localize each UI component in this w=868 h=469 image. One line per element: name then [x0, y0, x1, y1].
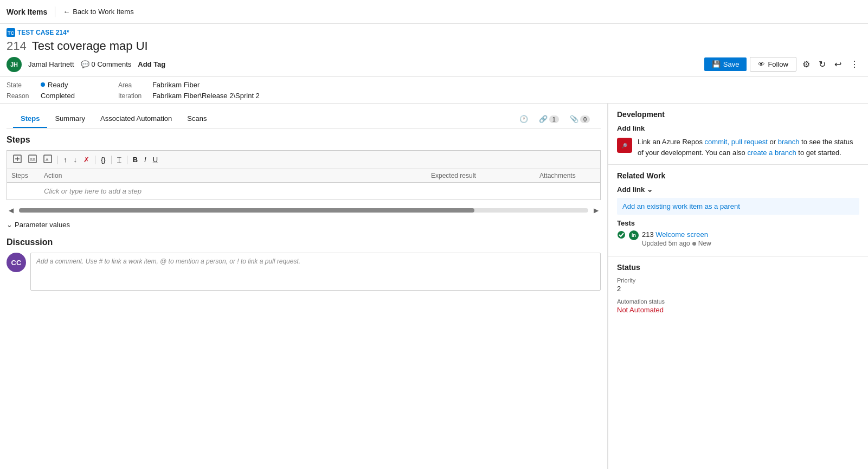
move-down-button[interactable]: ↓ [71, 154, 80, 165]
move-up-button[interactable]: ↑ [61, 154, 70, 165]
insert-step-icon [13, 155, 22, 163]
test-item-title-link[interactable]: Welcome screen [655, 230, 708, 239]
comments-link[interactable]: 💬 0 Comments [81, 60, 132, 68]
test-item-id: 213 [642, 230, 654, 239]
area-value[interactable]: Fabrikam Fiber [152, 80, 200, 89]
item-title[interactable]: Test coverage map UI [32, 39, 148, 53]
col-attachments: Attachments [535, 169, 600, 182]
tab-scans[interactable]: Scans [179, 110, 214, 128]
insert-step-button[interactable] [10, 153, 24, 166]
tabs-icons: 🕐 🔗 1 📎 0 [515, 112, 594, 126]
parameter-values-toggle[interactable]: ⌄ Parameter values [7, 221, 601, 229]
right-panel: Development Add link 🔎 Link an Azure Rep… [608, 104, 868, 469]
follow-button[interactable]: 👁 Follow [750, 57, 796, 72]
reason-value[interactable]: Completed [41, 91, 75, 100]
copy-button[interactable]: ⌶ [114, 154, 124, 165]
horizontal-scrollbar[interactable]: ◀ ▶ [7, 203, 601, 217]
azure-repos-icon: 🔎 [617, 138, 632, 153]
state-value[interactable]: Ready [41, 80, 68, 89]
status-title: Status [617, 263, 859, 272]
undo-icon-button[interactable]: ↩ [832, 56, 844, 72]
test-case-icon: TC [7, 28, 15, 37]
italic-button[interactable]: I [142, 154, 149, 165]
links-icon: 🔗 [539, 115, 548, 123]
svg-text:A: A [46, 157, 49, 162]
related-work-title: Related Work [617, 171, 859, 180]
priority-value[interactable]: 2 [617, 285, 859, 293]
params-button[interactable]: {} [98, 154, 108, 165]
tab-steps[interactable]: Steps [13, 110, 47, 128]
add-step-placeholder[interactable]: Click or type here to add a step [40, 183, 427, 200]
create-branch-link[interactable]: create a branch [747, 149, 796, 157]
toolbar-sep-1 [57, 156, 58, 164]
comment-input[interactable]: Add a comment. Use # to link a work item… [30, 253, 601, 291]
back-link[interactable]: ← Back to Work Items [63, 8, 133, 16]
item-id: 214 [7, 39, 27, 53]
toolbar-sep-4 [127, 156, 127, 164]
svg-text:TC: TC [8, 30, 14, 36]
history-icon-btn[interactable]: 🕐 [515, 112, 532, 126]
col-expected: Expected result [427, 169, 535, 182]
tab-summary[interactable]: Summary [47, 110, 93, 128]
insert-shared-step-button[interactable]: SS [25, 153, 40, 166]
commit-link[interactable]: commit, [705, 138, 730, 146]
state-indicator [41, 82, 45, 87]
col-action: Action [40, 169, 427, 182]
area-field: Area Fabrikam Fiber Iteration Fabrikam F… [118, 80, 281, 100]
pull-request-link[interactable]: pull request [731, 138, 768, 146]
refresh-icon-button[interactable]: ↻ [816, 56, 828, 72]
app-title: Work Items [7, 8, 47, 16]
save-button[interactable]: 💾 Save [704, 57, 747, 71]
toolbar-sep-2 [95, 156, 95, 164]
chevron-down-icon-related: ⌄ [647, 185, 653, 194]
add-tag-button[interactable]: Add Tag [138, 60, 165, 68]
scroll-left-arrow[interactable]: ◀ [7, 205, 16, 215]
related-add-link-button[interactable]: Add link ⌄ [617, 185, 859, 194]
tab-associated-automation[interactable]: Associated Automation [93, 110, 179, 128]
steps-title: Steps [7, 135, 601, 145]
svg-text:🔎: 🔎 [621, 143, 628, 149]
scrollbar-track[interactable] [19, 208, 588, 213]
dev-add-link[interactable]: Add link [617, 124, 859, 132]
automation-status-value[interactable]: Not Automated [617, 306, 859, 314]
history-icon: 🕐 [519, 115, 528, 123]
test-author-avatar: in [629, 230, 639, 240]
status-section: Status Priority 2 Automation status Not … [608, 256, 868, 326]
nav-divider [55, 7, 55, 17]
steps-table: Steps Action Expected result Attachments… [7, 169, 601, 200]
delete-button[interactable]: ✗ [81, 154, 92, 165]
left-panel: Steps Summary Associated Automation Scan… [0, 104, 608, 469]
state-label: State [7, 80, 36, 89]
steps-toolbar: SS A ↑ ↓ ✗ {} ⌶ [7, 150, 601, 169]
branch-link[interactable]: branch [778, 138, 800, 146]
item-meta-row: JH Jamal Hartnett 💬 0 Comments Add Tag 💾… [7, 56, 861, 72]
related-work-section: Related Work Add link ⌄ Add an existing … [608, 165, 868, 256]
underline-button[interactable]: U [150, 154, 160, 165]
save-icon: 💾 [712, 60, 721, 68]
test-status-dot [692, 242, 696, 246]
iteration-value[interactable]: Fabrikam Fiber\Release 2\Sprint 2 [152, 91, 260, 100]
bold-button[interactable]: B [130, 154, 140, 165]
test-status-icon [617, 230, 626, 239]
test-updated-ago: Updated 5m ago [642, 240, 690, 247]
svg-text:SS: SS [30, 157, 36, 162]
priority-field: Priority 2 [617, 277, 859, 293]
scroll-right-arrow[interactable]: ▶ [591, 205, 601, 215]
test-item: in 213 Welcome screen Updated 5m ago New [617, 230, 859, 247]
more-icon-button[interactable]: ⋮ [847, 56, 861, 72]
links-icon-btn[interactable]: 🔗 1 [535, 112, 563, 126]
author-avatar: JH [7, 57, 22, 72]
add-parent-item[interactable]: Add an existing work item as a parent [617, 198, 859, 215]
header-actions: 💾 Save 👁 Follow ⚙ ↻ ↩ ⋮ [704, 56, 861, 72]
attachments-count: 0 [580, 115, 590, 123]
col-steps: Steps [7, 169, 40, 182]
comment-icon: 💬 [81, 60, 89, 68]
insert-action-step-button[interactable]: A [41, 153, 55, 166]
back-link-label: Back to Work Items [73, 8, 133, 16]
attachment-icon: 📎 [570, 115, 578, 123]
iteration-label: Iteration [118, 91, 148, 100]
automation-status-label: Automation status [617, 298, 859, 305]
attachments-icon-btn[interactable]: 📎 0 [565, 112, 594, 126]
add-step-row[interactable]: Click or type here to add a step [7, 183, 600, 200]
settings-icon-button[interactable]: ⚙ [800, 56, 813, 72]
